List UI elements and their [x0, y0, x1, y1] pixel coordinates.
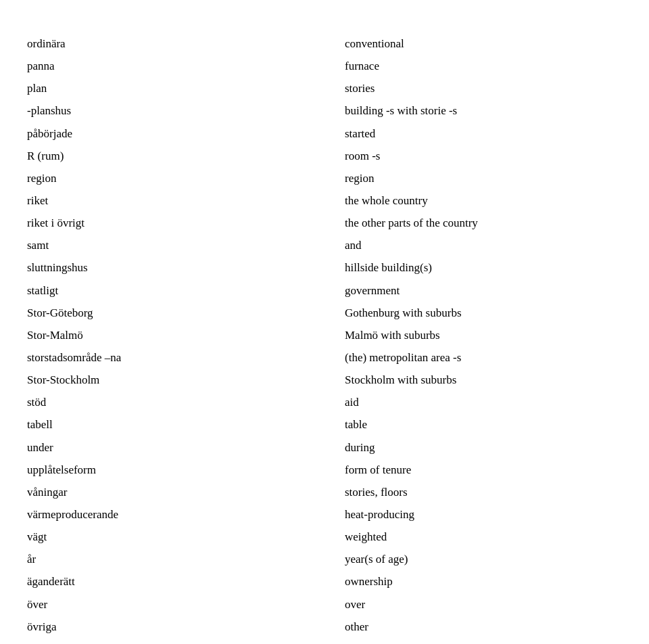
list-item: other [345, 616, 622, 638]
list-item: -planshus [27, 99, 304, 122]
list-item: storstadsområde –na [27, 346, 304, 369]
list-item: during [345, 436, 622, 459]
list-item: over [345, 593, 622, 616]
list-item: stories [345, 77, 622, 99]
list-item: riket i övrigt [27, 212, 304, 234]
list-item: samt [27, 234, 304, 256]
list-item: ownership [345, 570, 622, 593]
list-item: started [345, 122, 622, 145]
list-item: Stockholm with suburbs [345, 369, 622, 391]
list-item: hillside building(s) [345, 256, 622, 279]
list-item: building -s with storie -s [345, 99, 622, 122]
list-item: and [345, 234, 622, 256]
right-column: conventionalfurnacestoriesbuilding -s wi… [324, 32, 622, 638]
list-item: värmeproducerande [27, 503, 304, 526]
list-item: (the) metropolitan area -s [345, 346, 622, 369]
list-item: panna [27, 55, 304, 77]
list-item: våningar [27, 481, 304, 503]
list-item: Stor-Malmö [27, 324, 304, 346]
list-item: påbörjade [27, 122, 304, 145]
list-item: år [27, 548, 304, 570]
list-item: weighted [345, 526, 622, 548]
list-item: heat-producing [345, 503, 622, 526]
main-content: ordinärapannaplan-planshuspåbörjadeR (ru… [0, 19, 649, 644]
list-item: riket [27, 189, 304, 212]
page-header [0, 0, 649, 19]
list-item: tabell [27, 413, 304, 436]
list-item: statligt [27, 279, 304, 302]
list-item: furnace [345, 55, 622, 77]
list-item: övriga [27, 616, 304, 638]
list-item: Stor-Stockholm [27, 369, 304, 391]
list-item: aid [345, 391, 622, 413]
list-item: form of tenure [345, 459, 622, 481]
list-item: stories, floors [345, 481, 622, 503]
list-item: the other parts of the country [345, 212, 622, 234]
list-item: över [27, 593, 304, 616]
list-item: äganderätt [27, 570, 304, 593]
list-item: room -s [345, 145, 622, 167]
list-item: Malmö with suburbs [345, 324, 622, 346]
list-item: stöd [27, 391, 304, 413]
list-item: upplåtelseform [27, 459, 304, 481]
list-item: plan [27, 77, 304, 99]
list-item: region [27, 167, 304, 189]
list-item: table [345, 413, 622, 436]
list-item: ordinära [27, 32, 304, 55]
left-column: ordinärapannaplan-planshuspåbörjadeR (ru… [27, 32, 324, 638]
list-item: Gothenburg with suburbs [345, 302, 622, 324]
list-item: sluttningshus [27, 256, 304, 279]
list-item: government [345, 279, 622, 302]
list-item: Stor-Göteborg [27, 302, 304, 324]
list-item: vägt [27, 526, 304, 548]
list-item: region [345, 167, 622, 189]
list-item: under [27, 436, 304, 459]
list-item: R (rum) [27, 145, 304, 167]
list-item: year(s of age) [345, 548, 622, 570]
list-item: the whole country [345, 189, 622, 212]
list-item: conventional [345, 32, 622, 55]
